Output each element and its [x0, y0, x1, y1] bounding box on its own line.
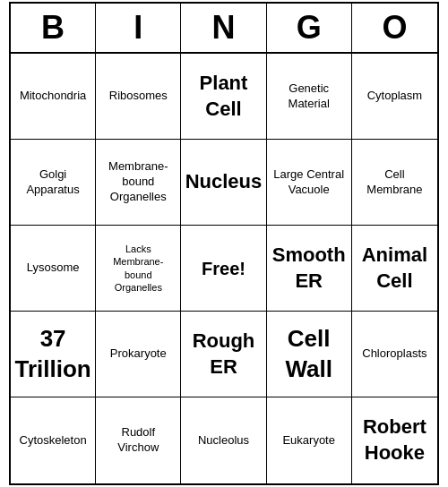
- bingo-cell-7: Nucleus: [181, 140, 266, 226]
- bingo-cell-19: Chloroplasts: [352, 312, 437, 397]
- bingo-cell-5: Golgi Apparatus: [11, 140, 96, 226]
- bingo-cell-16: Prokaryote: [96, 312, 181, 397]
- bingo-cell-20: Cytoskeleton: [11, 397, 96, 483]
- bingo-cell-21: Rudolf Virchow: [96, 397, 181, 483]
- bingo-grid: MitochondriaRibosomesPlant CellGenetic M…: [11, 54, 437, 483]
- bingo-cell-11: Lacks Membrane-bound Organelles: [96, 226, 181, 312]
- bingo-cell-17: Rough ER: [181, 312, 266, 397]
- bingo-cell-8: Large Central Vacuole: [267, 140, 352, 226]
- bingo-cell-12: Free!: [181, 226, 266, 312]
- bingo-cell-9: Cell Membrane: [352, 140, 437, 226]
- bingo-cell-0: Mitochondria: [11, 54, 96, 140]
- bingo-header: BINGO: [11, 4, 437, 54]
- bingo-cell-18: Cell Wall: [267, 312, 352, 397]
- bingo-cell-24: Robert Hooke: [352, 397, 437, 483]
- header-letter-g: G: [267, 4, 352, 52]
- bingo-cell-3: Genetic Material: [267, 54, 352, 140]
- bingo-cell-10: Lysosome: [11, 226, 96, 312]
- header-letter-b: B: [11, 4, 96, 52]
- bingo-cell-13: Smooth ER: [267, 226, 352, 312]
- bingo-cell-14: Animal Cell: [352, 226, 437, 312]
- bingo-cell-23: Eukaryote: [267, 397, 352, 483]
- bingo-cell-4: Cytoplasm: [352, 54, 437, 140]
- bingo-cell-2: Plant Cell: [181, 54, 266, 140]
- bingo-cell-15: 37 Trillion: [11, 312, 96, 397]
- bingo-card: BINGO MitochondriaRibosomesPlant CellGen…: [9, 2, 439, 485]
- header-letter-o: O: [352, 4, 437, 52]
- header-letter-i: I: [96, 4, 181, 52]
- bingo-cell-6: Membrane-bound Organelles: [96, 140, 181, 226]
- header-letter-n: N: [181, 4, 266, 52]
- bingo-cell-1: Ribosomes: [96, 54, 181, 140]
- bingo-cell-22: Nucleolus: [181, 397, 266, 483]
